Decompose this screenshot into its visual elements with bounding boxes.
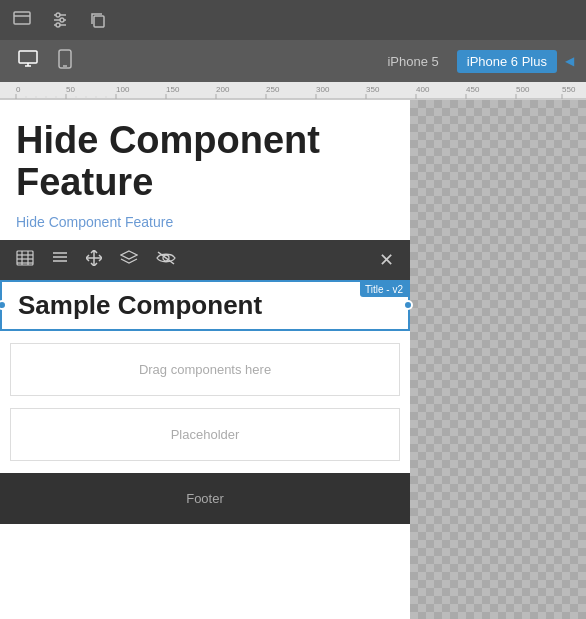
ct-close-icon[interactable]: ✕ bbox=[373, 247, 400, 273]
iphone6plus-button[interactable]: iPhone 6 Plus bbox=[457, 50, 557, 73]
svg-text:500: 500 bbox=[516, 85, 530, 94]
svg-text:400: 400 bbox=[416, 85, 430, 94]
footer-bar: Footer bbox=[0, 473, 410, 524]
svg-text:450: 450 bbox=[466, 85, 480, 94]
svg-point-6 bbox=[60, 18, 64, 22]
page-title-section: Hide Component Feature Hide Component Fe… bbox=[0, 100, 410, 240]
svg-point-7 bbox=[56, 23, 60, 27]
copy-icon[interactable] bbox=[86, 8, 110, 32]
svg-text:50: 50 bbox=[66, 85, 75, 94]
placeholder-label: Placeholder bbox=[171, 427, 240, 442]
svg-text:150: 150 bbox=[166, 85, 180, 94]
top-toolbar bbox=[0, 0, 586, 40]
svg-text:200: 200 bbox=[216, 85, 230, 94]
page-title: Hide Component Feature bbox=[16, 120, 394, 204]
svg-rect-0 bbox=[14, 12, 30, 24]
title-badge: Title - v2 bbox=[360, 282, 408, 297]
drag-label: Drag components here bbox=[139, 362, 271, 377]
svg-text:0: 0 bbox=[16, 85, 21, 94]
svg-text:350: 350 bbox=[366, 85, 380, 94]
canvas-area: Hide Component Feature Hide Component Fe… bbox=[0, 100, 586, 619]
desktop-icon[interactable] bbox=[12, 46, 44, 77]
svg-text:550: 550 bbox=[562, 85, 576, 94]
drag-drop-zone[interactable]: Drag components here bbox=[10, 343, 400, 396]
checkerboard-area bbox=[410, 100, 586, 619]
selection-handle-right[interactable] bbox=[403, 300, 413, 310]
ct-layers-icon[interactable] bbox=[114, 246, 144, 274]
sample-component-row[interactable]: Sample Component Title - v2 bbox=[0, 280, 410, 331]
svg-rect-8 bbox=[94, 16, 104, 27]
svg-text:300: 300 bbox=[316, 85, 330, 94]
svg-point-5 bbox=[56, 13, 60, 17]
ruler: 0 50 100 150 200 250 300 350 400 450 500… bbox=[0, 82, 586, 100]
page-subtitle: Hide Component Feature bbox=[16, 214, 394, 230]
sample-component-label: Sample Component bbox=[18, 290, 392, 321]
sliders-icon[interactable] bbox=[48, 8, 72, 32]
placeholder-box[interactable]: Placeholder bbox=[10, 408, 400, 461]
canvas-content: Hide Component Feature Hide Component Fe… bbox=[0, 100, 410, 619]
footer-label: Footer bbox=[186, 491, 224, 506]
ct-move-icon[interactable] bbox=[80, 246, 108, 274]
svg-rect-9 bbox=[19, 51, 37, 63]
svg-text:100: 100 bbox=[116, 85, 130, 94]
svg-marker-58 bbox=[121, 251, 137, 259]
mobile-icon[interactable] bbox=[52, 45, 78, 78]
ct-table-icon[interactable] bbox=[10, 246, 40, 274]
layout-icon[interactable] bbox=[10, 8, 34, 32]
device-bar: iPhone 5 iPhone 6 Plus ◀ bbox=[0, 40, 586, 82]
component-toolbar: ✕ bbox=[0, 240, 410, 280]
ct-align-icon[interactable] bbox=[46, 247, 74, 273]
svg-text:250: 250 bbox=[266, 85, 280, 94]
iphone5-button[interactable]: iPhone 5 bbox=[377, 50, 448, 73]
ct-hide-icon[interactable] bbox=[150, 246, 182, 274]
device-arrow: ◀ bbox=[565, 54, 574, 68]
selection-handle-left[interactable] bbox=[0, 300, 7, 310]
